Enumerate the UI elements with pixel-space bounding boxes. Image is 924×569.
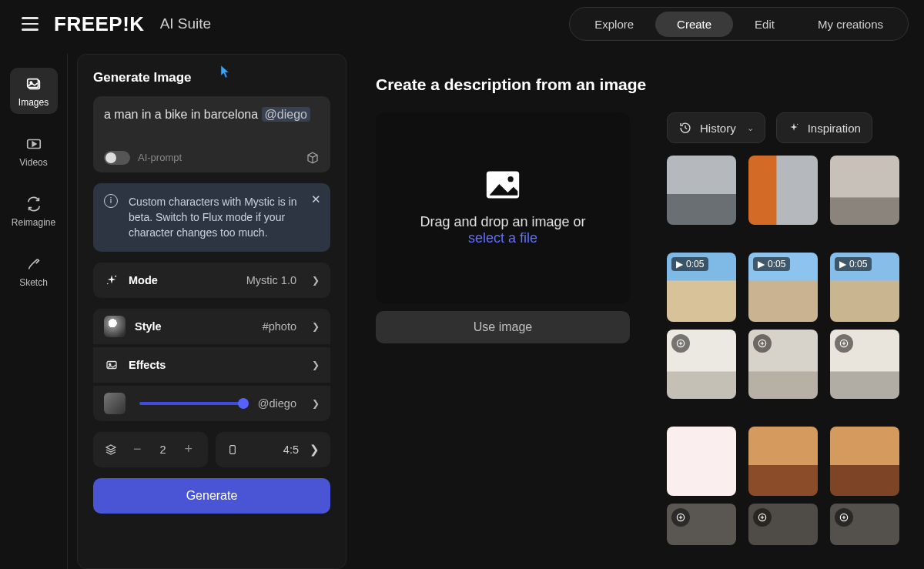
roll-icon bbox=[753, 508, 772, 527]
gallery-thumb[interactable] bbox=[830, 156, 899, 225]
inspiration-button[interactable]: Inspiration bbox=[776, 112, 872, 143]
app-header: FREEP!K AI Suite Explore Create Edit My … bbox=[0, 0, 924, 48]
inspiration-label: Inspiration bbox=[808, 122, 861, 135]
mode-value: Mystic 1.0 bbox=[246, 274, 296, 286]
notice-close[interactable]: ✕ bbox=[311, 191, 321, 208]
history-icon bbox=[678, 121, 692, 135]
reimagine-icon bbox=[25, 196, 42, 213]
top-nav: Explore Create Edit My creations bbox=[569, 7, 909, 41]
nav-my-creations[interactable]: My creations bbox=[796, 12, 905, 37]
svg-rect-8 bbox=[230, 445, 236, 454]
aspect-icon bbox=[226, 443, 239, 457]
gallery-thumb-video[interactable]: ▶ 0:05 bbox=[667, 253, 736, 322]
logo: FREEP!K bbox=[54, 12, 145, 36]
chevron-right-icon: ❯ bbox=[312, 321, 320, 332]
character-name: @diego bbox=[258, 397, 296, 410]
setting-character[interactable]: @diego ❯ bbox=[93, 386, 330, 421]
gallery-thumb[interactable] bbox=[830, 504, 899, 545]
rail-sketch-label: Sketch bbox=[19, 277, 48, 288]
rail-reimagine-label: Reimagine bbox=[12, 217, 55, 228]
prompt-box[interactable]: a man in a bike in barcelona @diego AI-p… bbox=[93, 96, 330, 172]
prompt-mention: @diego bbox=[262, 107, 310, 122]
gallery-thumb[interactable] bbox=[667, 330, 736, 399]
gallery-group-3 bbox=[667, 427, 924, 496]
content-area: Create a description from an image Drag … bbox=[353, 54, 924, 569]
nav-explore[interactable]: Explore bbox=[573, 12, 655, 37]
count-decrease[interactable]: − bbox=[129, 441, 146, 457]
sketch-icon bbox=[25, 256, 42, 273]
style-value: #photo bbox=[263, 320, 296, 333]
notice-text: Custom characters with Mystic is in beta… bbox=[129, 196, 297, 239]
history-dropdown[interactable]: History ⌄ bbox=[667, 112, 765, 143]
rail-sketch[interactable]: Sketch bbox=[10, 248, 58, 294]
menu-icon[interactable] bbox=[22, 17, 38, 31]
prompt-text-body: a man in a bike in barcelona bbox=[104, 108, 262, 121]
chevron-down-icon: ⌄ bbox=[747, 123, 754, 133]
gallery-thumb-video[interactable]: ▶ 0:05 bbox=[830, 253, 899, 322]
video-duration: ▶ 0:05 bbox=[753, 257, 790, 271]
images-icon bbox=[25, 75, 42, 92]
svg-point-10 bbox=[507, 176, 513, 182]
aspect-box[interactable]: 4:5 ❯ bbox=[216, 432, 330, 467]
chevron-right-icon: ❯ bbox=[312, 360, 320, 370]
generate-panel: Generate Image a man in a bike in barcel… bbox=[77, 54, 346, 569]
gallery-thumb[interactable] bbox=[748, 427, 818, 496]
image-icon bbox=[485, 169, 521, 200]
gallery: History ⌄ Inspiration ▶ 0:05 bbox=[667, 112, 924, 569]
gallery-thumb[interactable] bbox=[830, 330, 899, 399]
ai-prompt-toggle[interactable] bbox=[104, 151, 130, 165]
count-value: 2 bbox=[159, 443, 166, 456]
setting-effects[interactable]: Effects ❯ bbox=[93, 347, 330, 383]
roll-icon bbox=[835, 334, 853, 353]
dropzone-text: Drag and drop an image or bbox=[420, 214, 585, 230]
nav-edit[interactable]: Edit bbox=[733, 12, 796, 37]
gallery-group-1 bbox=[667, 156, 924, 225]
style-label: Style bbox=[135, 320, 162, 333]
roll-icon bbox=[753, 334, 772, 353]
cube-icon[interactable] bbox=[306, 151, 320, 165]
ai-prompt-label: AI-prompt bbox=[138, 152, 182, 163]
count-box: − 2 + bbox=[93, 432, 208, 467]
setting-style[interactable]: Style #photo ❯ bbox=[93, 309, 330, 344]
svg-point-5 bbox=[107, 283, 109, 284]
rail-reimagine[interactable]: Reimagine bbox=[10, 188, 58, 234]
count-increase[interactable]: + bbox=[179, 441, 197, 457]
gallery-group-4 bbox=[667, 504, 924, 545]
rail-images[interactable]: Images bbox=[10, 68, 58, 114]
setting-mode[interactable]: Mode Mystic 1.0 ❯ bbox=[93, 263, 330, 298]
video-duration: ▶ 0:05 bbox=[671, 257, 708, 271]
gallery-thumb[interactable] bbox=[748, 330, 818, 399]
rail-videos-label: Videos bbox=[19, 157, 47, 168]
layers-icon bbox=[104, 443, 118, 457]
prompt-text[interactable]: a man in a bike in barcelona @diego bbox=[104, 107, 320, 123]
main: Images Videos Reimagine Sketch Generate … bbox=[0, 48, 924, 569]
image-dropzone[interactable]: Drag and drop an image or select a file bbox=[376, 112, 630, 303]
gallery-thumb[interactable] bbox=[667, 156, 736, 225]
effects-icon bbox=[104, 357, 119, 373]
info-icon: i bbox=[104, 194, 118, 208]
gallery-thumb[interactable] bbox=[667, 427, 736, 496]
gallery-thumb[interactable] bbox=[830, 427, 899, 496]
history-label: History bbox=[700, 122, 736, 135]
select-file-link[interactable]: select a file bbox=[420, 230, 585, 246]
character-strength-slider[interactable] bbox=[139, 402, 244, 405]
chevron-right-icon: ❯ bbox=[312, 398, 320, 409]
roll-icon bbox=[835, 508, 853, 527]
style-thumb bbox=[104, 316, 126, 337]
nav-create[interactable]: Create bbox=[655, 12, 733, 37]
gallery-group-2a: ▶ 0:05 ▶ 0:05 ▶ 0:05 bbox=[667, 253, 924, 322]
videos-icon bbox=[25, 136, 42, 152]
rail-videos[interactable]: Videos bbox=[10, 128, 58, 174]
use-image-button[interactable]: Use image bbox=[376, 311, 630, 343]
roll-icon bbox=[671, 508, 690, 527]
gallery-thumb-video[interactable]: ▶ 0:05 bbox=[748, 253, 818, 322]
gallery-thumb[interactable] bbox=[748, 504, 818, 545]
gallery-thumb[interactable] bbox=[667, 504, 736, 545]
generate-button[interactable]: Generate bbox=[93, 478, 330, 514]
character-thumb bbox=[104, 393, 126, 414]
sparkle-icon bbox=[788, 122, 800, 134]
roll-icon bbox=[671, 334, 690, 353]
panel-title: Generate Image bbox=[93, 70, 330, 85]
gallery-thumb[interactable] bbox=[748, 156, 818, 225]
effects-label: Effects bbox=[129, 359, 166, 371]
